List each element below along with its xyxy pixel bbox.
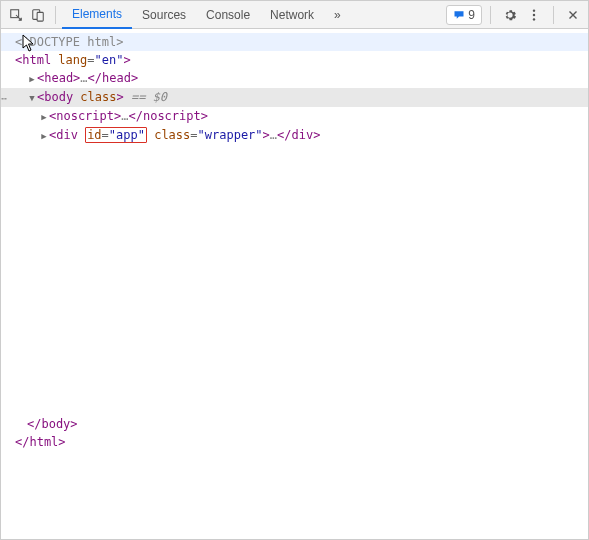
toolbar-separator — [553, 6, 554, 24]
node-script[interactable]: <span class="attr-name">src</span><span … — [1, 343, 588, 361]
node-script[interactable]: <span class="attr-name">src</span><span … — [1, 271, 588, 289]
dom-tree[interactable]: <!DOCTYPE html> <html lang="en"> ▶<head>… — [1, 29, 588, 539]
node-script[interactable]: <span class="attr-name">src</span><span … — [1, 289, 588, 307]
node-script[interactable]: <span class="attr-name">src</span><span … — [1, 163, 588, 181]
more-icon[interactable] — [523, 4, 545, 26]
node-script[interactable]: <span class="attr-name">src</span><span … — [1, 145, 588, 163]
overflow-dots-icon: ⋯ — [1, 90, 7, 108]
node-head[interactable]: ▶<head>…</head> — [1, 69, 588, 88]
svg-point-3 — [533, 9, 535, 11]
svg-rect-2 — [37, 12, 43, 21]
node-script[interactable]: <span class="attr-name">src</span><span … — [1, 199, 588, 217]
settings-icon[interactable] — [499, 4, 521, 26]
node-script-close[interactable] — [1, 307, 588, 325]
toolbar-separator — [55, 6, 56, 24]
tab-network[interactable]: Network — [260, 1, 324, 29]
messages-button[interactable]: 9 — [446, 5, 482, 25]
node-script[interactable]: <span class="attr-name">src</span><span … — [1, 397, 588, 415]
node-html-open[interactable]: <html lang="en"> — [1, 51, 588, 69]
svg-point-5 — [533, 18, 535, 20]
messages-count: 9 — [468, 8, 475, 22]
node-body-close[interactable]: </body> — [1, 415, 588, 433]
close-icon[interactable] — [562, 4, 584, 26]
node-script[interactable]: <span class="attr-name">src</span><span … — [1, 235, 588, 253]
expand-icon[interactable]: ▶ — [39, 127, 49, 145]
node-script[interactable]: <span class="attr-name">src</span><span … — [1, 379, 588, 397]
node-div-app[interactable]: ▶<div id="app" class="wrapper">…</div> — [1, 126, 588, 145]
device-toggle-icon[interactable] — [27, 4, 49, 26]
node-script[interactable]: <span class="attr-name">src</span><span … — [1, 361, 588, 379]
node-html-close[interactable]: </html> — [1, 433, 588, 451]
svg-point-4 — [533, 13, 535, 15]
tab-sources[interactable]: Sources — [132, 1, 196, 29]
inspect-icon[interactable] — [5, 4, 27, 26]
node-body-open[interactable]: ⋯▼<body class> == $0 — [1, 88, 588, 107]
expand-icon[interactable]: ▶ — [39, 108, 49, 126]
node-script[interactable]: <span class="attr-name">src</span><span … — [1, 253, 588, 271]
collapse-icon[interactable]: ▼ — [27, 89, 37, 107]
node-doctype[interactable]: <!DOCTYPE html> — [1, 33, 588, 51]
toolbar-separator — [490, 6, 491, 24]
node-script[interactable]: <span class="attr-name">src</span><span … — [1, 325, 588, 343]
node-noscript[interactable]: ▶<noscript>…</noscript> — [1, 107, 588, 126]
tab-elements[interactable]: Elements — [62, 1, 132, 29]
devtools-toolbar: Elements Sources Console Network » 9 — [1, 1, 588, 29]
node-script[interactable]: <span class="attr-name">src</span><span … — [1, 181, 588, 199]
tab-overflow[interactable]: » — [324, 1, 351, 29]
node-script[interactable]: <span class="attr-name">src</span><span … — [1, 217, 588, 235]
expand-icon[interactable]: ▶ — [27, 70, 37, 88]
tab-strip: Elements Sources Console Network » — [62, 1, 446, 29]
tab-console[interactable]: Console — [196, 1, 260, 29]
